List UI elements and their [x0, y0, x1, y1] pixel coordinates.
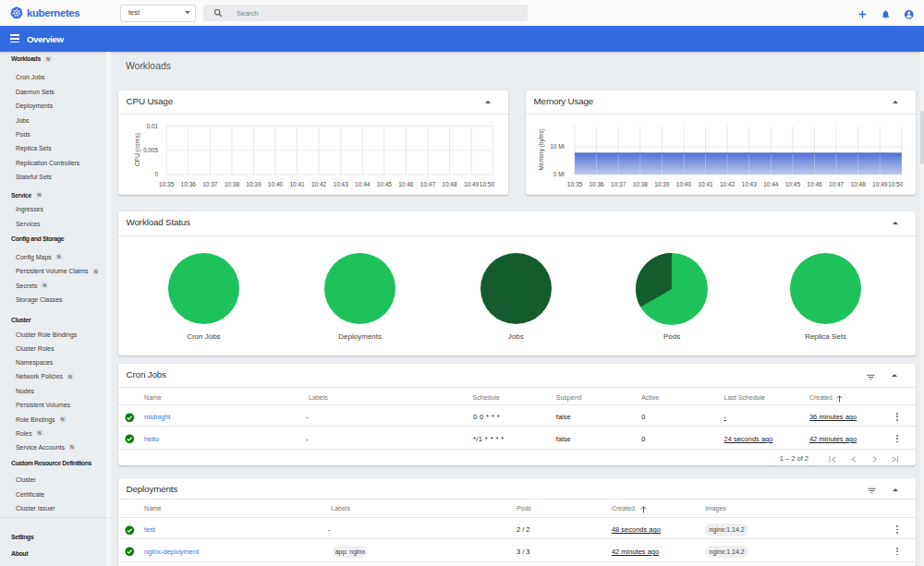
svg-text:CPU (cores): CPU (cores) — [134, 133, 141, 166]
svg-text:10:37: 10:37 — [202, 181, 218, 187]
svg-text:10:39: 10:39 — [246, 181, 261, 187]
svg-text:10:47: 10:47 — [829, 181, 845, 187]
svg-text:10:44: 10:44 — [763, 181, 779, 187]
svg-text:10:45: 10:45 — [785, 181, 801, 187]
svg-text:10:50: 10:50 — [888, 181, 904, 187]
svg-text:0 Mi: 0 Mi — [553, 171, 565, 177]
svg-text:0.01: 0.01 — [147, 123, 159, 129]
svg-text:10:48: 10:48 — [442, 181, 457, 187]
svg-text:10:38: 10:38 — [633, 181, 649, 187]
svg-text:10:37: 10:37 — [611, 181, 626, 187]
svg-text:10:42: 10:42 — [311, 181, 327, 187]
svg-text:10:35: 10:35 — [159, 181, 175, 187]
svg-text:0: 0 — [154, 171, 158, 177]
svg-text:10:38: 10:38 — [225, 181, 240, 187]
svg-text:10:46: 10:46 — [807, 181, 822, 187]
svg-text:10:50: 10:50 — [480, 181, 495, 187]
svg-text:10:46: 10:46 — [398, 181, 414, 187]
svg-text:10:42: 10:42 — [720, 181, 736, 187]
svg-text:10:41: 10:41 — [289, 181, 305, 187]
svg-text:Memory (bytes): Memory (bytes) — [538, 128, 545, 170]
svg-text:10:35: 10:35 — [567, 181, 583, 187]
svg-text:10:36: 10:36 — [589, 181, 604, 187]
svg-text:10:41: 10:41 — [698, 181, 713, 187]
svg-text:10:39: 10:39 — [654, 181, 670, 187]
svg-text:10:48: 10:48 — [851, 181, 867, 187]
svg-text:10:49: 10:49 — [872, 181, 888, 187]
svg-text:10:40: 10:40 — [268, 181, 284, 187]
svg-text:10:40: 10:40 — [676, 181, 692, 187]
svg-text:10:43: 10:43 — [742, 181, 758, 187]
svg-text:10:43: 10:43 — [334, 181, 349, 187]
svg-text:10 Mi: 10 Mi — [551, 143, 565, 150]
svg-text:0.005: 0.005 — [143, 147, 158, 153]
svg-text:10:47: 10:47 — [420, 181, 436, 187]
svg-text:10:36: 10:36 — [181, 181, 197, 187]
svg-text:10:44: 10:44 — [355, 181, 371, 187]
svg-text:10:45: 10:45 — [377, 181, 393, 187]
svg-text:10:49: 10:49 — [464, 181, 480, 187]
